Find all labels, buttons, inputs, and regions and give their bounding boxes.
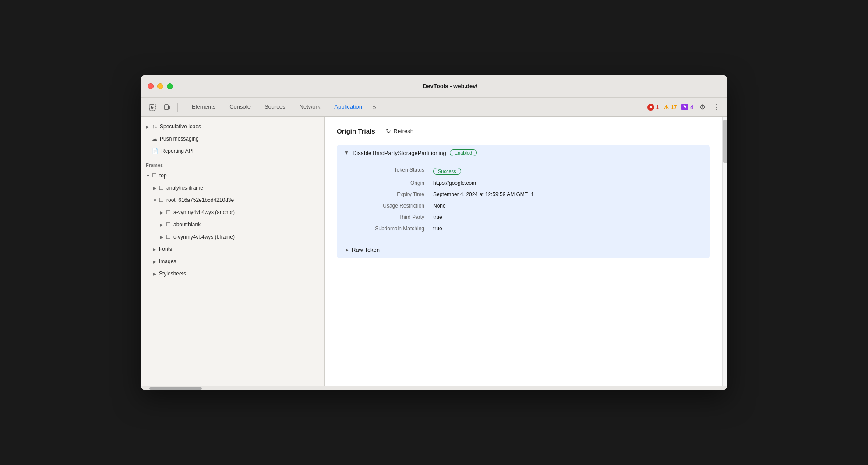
error-count[interactable]: ✕ 1 [647, 104, 659, 111]
flag-icon: ⚑ [681, 104, 688, 110]
reporting-api-icon: 📄 [152, 148, 159, 154]
chevron-closed-icon [153, 271, 159, 276]
trial-header[interactable]: ▼ DisableThirdPartyStoragePartitioning E… [337, 145, 710, 161]
tab-sources[interactable]: Sources [258, 101, 293, 113]
sidebar-item-images[interactable]: Images [141, 255, 324, 268]
main-area: ↑↓ Speculative loads ☁ Push messaging 📄 … [141, 117, 727, 386]
tab-application[interactable]: Application [327, 101, 369, 113]
trial-collapse-icon: ▼ [344, 150, 349, 156]
expiry-label: Expiry Time [346, 191, 433, 197]
sidebar-label: Stylesheets [159, 271, 186, 277]
usage-restriction-row: Usage Restriction None [346, 200, 701, 211]
toolbar-right: ✕ 1 ⚠ 17 ⚑ 4 ⚙ ⋮ [647, 101, 722, 113]
push-messaging-icon: ☁ [152, 136, 157, 142]
content-pane: Origin Trials ↻ Refresh ▼ DisableThirdPa… [325, 117, 722, 386]
sidebar-item-root-frame[interactable]: ☐ root_616a752e1b5d4210d3e [141, 194, 324, 206]
sidebar-item-blank-frame[interactable]: ☐ about:blank [141, 218, 324, 231]
warning-count[interactable]: ⚠ 17 [663, 104, 677, 111]
maximize-button[interactable] [167, 83, 173, 89]
chevron-closed-icon [153, 247, 159, 252]
third-party-value: true [433, 214, 442, 220]
more-options-button[interactable]: ⋮ [712, 101, 722, 113]
toolbar-divider [177, 103, 178, 112]
device-toolbar-button[interactable] [161, 101, 174, 113]
horizontal-scrollbar[interactable] [141, 386, 727, 390]
frame-icon: ☐ [152, 173, 157, 179]
chevron-icon [146, 124, 152, 129]
inspect-element-button[interactable] [146, 101, 159, 113]
error-icon: ✕ [647, 104, 654, 111]
tab-network[interactable]: Network [293, 101, 328, 113]
sidebar-item-stylesheets[interactable]: Stylesheets [141, 268, 324, 280]
chevron-open-icon [146, 173, 152, 178]
sidebar-label: c-vynmy4vb4wys (bframe) [173, 234, 235, 240]
sidebar-label: about:blank [173, 222, 201, 228]
vertical-scrollbar[interactable] [722, 117, 727, 386]
sidebar-item-reporting-api[interactable]: 📄 Reporting API [141, 145, 324, 157]
origin-label: Origin [346, 180, 433, 186]
trial-name: DisableThirdPartyStoragePartitioning [353, 150, 446, 156]
svg-rect-2 [168, 106, 170, 109]
sidebar-label: Reporting API [161, 148, 194, 154]
origin-row: Origin https://google.com [346, 177, 701, 189]
horizontal-scrollbar-thumb[interactable] [149, 387, 202, 390]
device-icon [164, 104, 171, 111]
usage-restriction-value: None [433, 203, 446, 209]
root-frame-icon: ☐ [159, 197, 164, 203]
sidebar-label: Fonts [159, 246, 172, 252]
raw-token-chevron: ▶ [346, 247, 349, 252]
sidebar-label: analytics-iframe [166, 185, 203, 191]
content-header: Origin Trials ↻ Refresh [337, 126, 710, 136]
chevron-closed-icon [160, 235, 166, 240]
raw-token-label: Raw Token [352, 247, 380, 253]
sidebar-item-anchor-frame[interactable]: ☐ a-vynmy4vb4wys (anchor) [141, 206, 324, 218]
third-party-label: Third Party [346, 214, 433, 220]
sidebar-item-speculative-loads[interactable]: ↑↓ Speculative loads [141, 120, 324, 133]
tab-elements[interactable]: Elements [185, 101, 222, 113]
sidebar-label: Speculative loads [160, 123, 201, 130]
titlebar: DevTools - web.dev/ [141, 75, 727, 98]
minimize-button[interactable] [157, 83, 163, 89]
chevron-open-icon [153, 198, 159, 203]
traffic-lights [148, 83, 173, 89]
chevron-closed-icon [160, 210, 166, 215]
chevron-closed-icon [153, 259, 159, 264]
subdomain-row: Subdomain Matching true [346, 223, 701, 234]
settings-button[interactable]: ⚙ [698, 101, 707, 113]
sidebar-label: Images [159, 258, 176, 264]
token-status-label: Token Status [346, 167, 433, 173]
sidebar-item-analytics-iframe[interactable]: ☐ analytics-iframe [141, 182, 324, 194]
third-party-row: Third Party true [346, 211, 701, 223]
refresh-label: Refresh [394, 128, 414, 134]
token-status-row: Token Status Success [346, 164, 701, 177]
more-tabs-button[interactable]: » [369, 102, 380, 113]
usage-restriction-label: Usage Restriction [346, 203, 433, 209]
sidebar-label: root_616a752e1b5d4210d3e [166, 197, 234, 203]
subdomain-label: Subdomain Matching [346, 225, 433, 232]
iframe-icon: ☐ [159, 185, 164, 191]
sidebar-item-bframe[interactable]: ☐ c-vynmy4vb4wys (bframe) [141, 231, 324, 243]
trial-details: Token Status Success Origin https://goog… [337, 161, 710, 241]
refresh-button[interactable]: ↻ Refresh [382, 126, 417, 136]
sidebar-label: Push messaging [160, 136, 199, 142]
subdomain-value: true [433, 225, 442, 232]
cursor-icon [149, 104, 156, 111]
chevron-closed-icon [153, 186, 159, 190]
sidebar-item-top[interactable]: ☐ top [141, 169, 324, 182]
toolbar: Elements Console Sources Network Applica… [141, 98, 727, 117]
window-title: DevTools - web.dev/ [180, 83, 720, 89]
content-inner: Origin Trials ↻ Refresh ▼ DisableThirdPa… [325, 117, 722, 267]
sidebar-item-fonts[interactable]: Fonts [141, 243, 324, 255]
origin-value: https://google.com [433, 180, 476, 186]
info-count[interactable]: ⚑ 4 [681, 104, 693, 110]
tab-console[interactable]: Console [222, 101, 258, 113]
enabled-badge: Enabled [450, 149, 477, 156]
token-status-value: Success [433, 167, 461, 175]
raw-token-row[interactable]: ▶ Raw Token [337, 241, 710, 258]
scrollbar-thumb[interactable] [723, 120, 727, 163]
sidebar-item-push-messaging[interactable]: ☁ Push messaging [141, 133, 324, 145]
anchor-frame-icon: ☐ [166, 209, 171, 215]
close-button[interactable] [148, 83, 154, 89]
frames-section-header: Frames [141, 157, 324, 169]
bframe-icon: ☐ [166, 234, 171, 240]
